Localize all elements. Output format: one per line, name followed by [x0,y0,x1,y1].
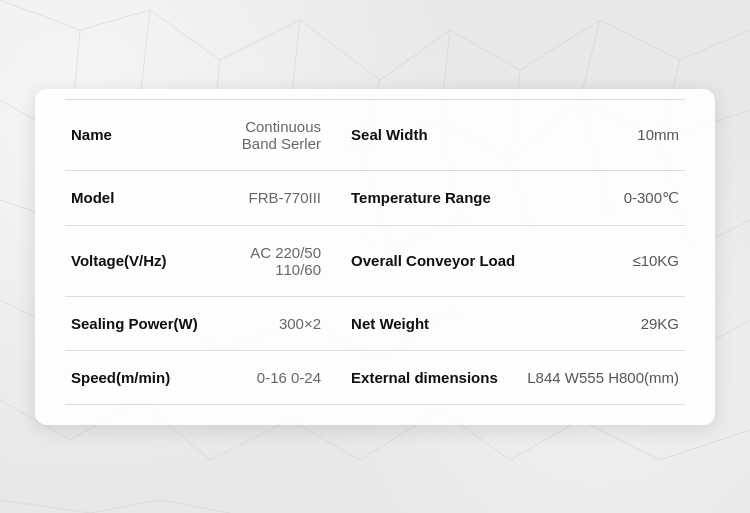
row-0-left-value: Continuous Band Serler [225,99,341,170]
row-4-right-value: L844 W555 H800(mm) [521,350,685,404]
row-4-left-value: 0-16 0-24 [225,350,341,404]
table-wrapper: NameContinuous Band SerlerSeal Width10mm… [35,89,715,425]
table-row: Voltage(V/Hz)AC 220/50 110/60Overall Con… [65,225,685,296]
table-row: Speed(m/min)0-16 0-24External dimensions… [65,350,685,404]
row-2-left-value: AC 220/50 110/60 [225,225,341,296]
row-4-left-label: Speed(m/min) [65,350,225,404]
specs-table: NameContinuous Band SerlerSeal Width10mm… [65,99,685,405]
row-3-left-value: 300×2 [225,296,341,350]
table-row: Sealing Power(W)300×2Net Weight29KG [65,296,685,350]
row-1-left-label: Model [65,170,225,225]
specs-card: NameContinuous Band SerlerSeal Width10mm… [35,89,715,425]
row-4-right-label: External dimensions [341,350,521,404]
row-2-right-label: Overall Conveyor Load [341,225,521,296]
row-3-left-label: Sealing Power(W) [65,296,225,350]
row-2-left-label: Voltage(V/Hz) [65,225,225,296]
row-0-left-label: Name [65,99,225,170]
row-1-right-label: Temperature Range [341,170,521,225]
row-1-left-value: FRB-770III [225,170,341,225]
table-row: ModelFRB-770IIITemperature Range0-300℃ [65,170,685,225]
row-2-right-value: ≤10KG [521,225,685,296]
row-1-right-value: 0-300℃ [521,170,685,225]
row-0-right-label: Seal Width [341,99,521,170]
row-3-right-value: 29KG [521,296,685,350]
table-row: NameContinuous Band SerlerSeal Width10mm [65,99,685,170]
row-3-right-label: Net Weight [341,296,521,350]
row-0-right-value: 10mm [521,99,685,170]
